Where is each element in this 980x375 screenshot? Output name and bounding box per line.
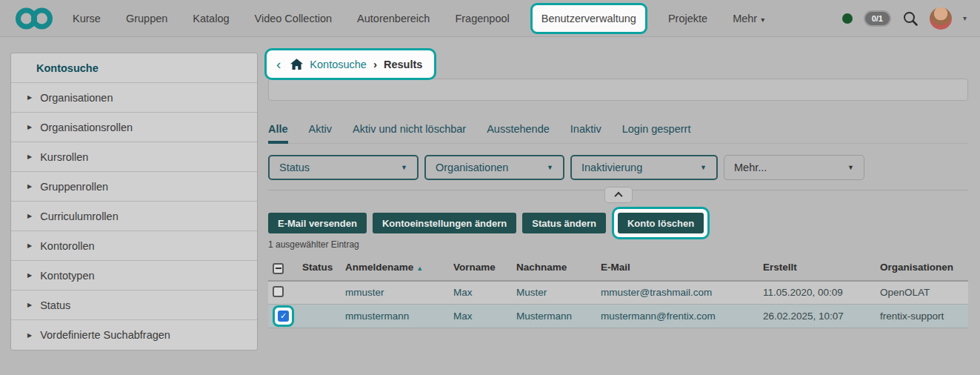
column-header-nachname[interactable]: Nachname: [512, 256, 596, 281]
openolat-logo-icon[interactable]: [15, 7, 53, 30]
chevron-right-icon: ▶: [27, 183, 32, 190]
nav-item-gruppen[interactable]: Gruppen: [126, 13, 167, 24]
collapse-filters-button[interactable]: [604, 187, 633, 203]
cell-anmeldename[interactable]: mmustermann: [341, 305, 449, 328]
chevron-right-icon: ▶: [27, 272, 32, 279]
bulk-action-bar: E-Mail versenden Kontoeinstellungen ände…: [268, 212, 968, 234]
nav-item-video-collection[interactable]: Video Collection: [255, 13, 333, 24]
cell-erstellt: 26.02.2025, 10:07: [759, 305, 876, 328]
cell-email[interactable]: mustermann@frentix.com: [596, 305, 759, 328]
sidebar-item-label: Kontosuche: [36, 62, 99, 74]
sidebar-item-label: Kursrollen: [40, 151, 88, 163]
cell-anmeldename[interactable]: mmuster: [341, 281, 449, 305]
column-header-vorname[interactable]: Vorname: [449, 256, 512, 281]
nav-item-fragenpool[interactable]: Fragenpool: [455, 13, 509, 24]
sidebar-item-kontorollen[interactable]: ▶Kontorollen: [11, 231, 257, 261]
main-panel: ‹ Kontosuche › Results Alle Aktiv Aktiv …: [268, 53, 968, 328]
send-email-button[interactable]: E-Mail versenden: [268, 213, 367, 233]
filter-label: Status: [279, 162, 310, 173]
sidebar-item-organisationen[interactable]: ▶Organisationen: [11, 83, 257, 113]
change-account-settings-button[interactable]: Kontoeinstellungen ändern: [373, 213, 516, 233]
filter-dropdown-status[interactable]: Status▼: [268, 155, 419, 180]
sidebar-item-gruppenrollen[interactable]: ▶Gruppenrollen: [11, 172, 257, 202]
sidebar-item-kontosuche[interactable]: Kontosuche: [11, 53, 257, 83]
nav-item-mehr[interactable]: Mehr▾: [733, 13, 764, 24]
cell-erstellt: 11.05.2020, 00:09: [759, 281, 876, 305]
tab-alle[interactable]: Alle: [268, 123, 288, 144]
table-row[interactable]: mmuster Max Muster mmuster@trashmail.com…: [268, 281, 968, 305]
chat-counter-badge[interactable]: 0/1: [864, 10, 891, 27]
sidebar-item-label: Curriculumrollen: [40, 210, 119, 222]
tab-aktiv-und-nicht-loeschbar[interactable]: Aktiv und nicht löschbar: [353, 123, 466, 144]
tab-ausstehende[interactable]: Ausstehende: [487, 123, 550, 144]
cell-status: [298, 305, 341, 328]
nav-item-katalog[interactable]: Katalog: [193, 13, 229, 24]
online-status-dot: [842, 13, 853, 24]
column-header-status[interactable]: Status: [298, 256, 341, 281]
chevron-up-icon: [614, 192, 622, 200]
sidebar-item-kursrollen[interactable]: ▶Kursrollen: [11, 142, 257, 172]
chevron-down-icon[interactable]: ▾: [963, 14, 967, 22]
avatar[interactable]: [930, 7, 952, 30]
tab-login-gesperrt[interactable]: Login gesperrt: [622, 123, 691, 144]
tab-aktiv[interactable]: Aktiv: [309, 123, 332, 144]
delete-account-button[interactable]: Konto löschen: [618, 213, 704, 233]
chevron-right-icon: ▶: [27, 94, 32, 101]
home-icon[interactable]: [290, 59, 303, 70]
user-table: Status Anmeldename▲ Vorname Nachname E-M…: [268, 256, 968, 328]
search-form-panel: [268, 79, 968, 101]
chevron-right-icon: ▶: [27, 332, 32, 339]
column-header-email[interactable]: E-Mail: [596, 256, 759, 281]
sidebar-item-vordefinierte-suchabfragen[interactable]: ▶Vordefinierte Suchabfragen: [11, 320, 257, 350]
sidebar-item-kontotypen[interactable]: ▶Kontotypen: [11, 261, 257, 291]
cell-vorname: Max: [449, 305, 512, 328]
change-status-button[interactable]: Status ändern: [522, 213, 606, 233]
chevron-right-icon: ▶: [27, 124, 32, 130]
cell-email[interactable]: mmuster@trashmail.com: [596, 281, 759, 305]
sidebar-item-label: Organisationsrollen: [40, 122, 133, 133]
select-all-checkbox[interactable]: [273, 263, 284, 274]
sort-asc-icon: ▲: [416, 265, 423, 272]
cell-vorname: Max: [449, 281, 512, 305]
filter-collapse-row: [268, 190, 968, 205]
sidebar-item-label: Status: [40, 299, 70, 311]
filter-label: Mehr...: [734, 162, 767, 173]
filter-bar: Status▼ Organisationen▼ Inaktivierung▼ M…: [268, 155, 968, 180]
breadcrumb-link-kontosuche[interactable]: Kontosuche: [310, 59, 367, 70]
filter-label: Inaktivierung: [581, 162, 642, 173]
filter-dropdown-inaktivierung[interactable]: Inaktivierung▼: [570, 155, 718, 180]
back-chevron-icon[interactable]: ‹: [276, 57, 281, 71]
column-header-erstellt[interactable]: Erstellt: [759, 256, 876, 281]
caret-down-icon: ▼: [847, 164, 854, 171]
chevron-right-icon: ▶: [27, 242, 32, 249]
sidebar-item-status[interactable]: ▶Status: [11, 291, 257, 320]
sidebar-item-label: Kontorollen: [40, 240, 94, 252]
filter-dropdown-organisationen[interactable]: Organisationen▼: [424, 155, 564, 180]
main-menu: Kurse Gruppen Katalog Video Collection A…: [73, 10, 764, 27]
filter-dropdown-mehr[interactable]: Mehr...▼: [724, 155, 864, 180]
breadcrumb-current: Results: [384, 59, 422, 70]
breadcrumb: ‹ Kontosuche › Results: [264, 48, 436, 80]
search-icon[interactable]: [902, 10, 919, 27]
column-header-organisationen[interactable]: Organisationen: [876, 256, 968, 281]
selection-count-label: 1 ausgewählter Eintrag: [268, 239, 968, 250]
openolat-admin-screen: Kurse Gruppen Katalog Video Collection A…: [0, 0, 980, 375]
cell-organisationen: frentix-support: [876, 305, 968, 328]
chevron-right-icon: ▶: [27, 302, 32, 308]
nav-item-kurse[interactable]: Kurse: [73, 13, 101, 24]
tab-inaktiv[interactable]: Inaktiv: [570, 123, 601, 144]
sidebar-item-curriculumrollen[interactable]: ▶Curriculumrollen: [11, 202, 257, 231]
sidebar-item-organisationsrollen[interactable]: ▶Organisationsrollen: [11, 113, 257, 142]
row-checkbox-cell: ✓: [268, 305, 298, 328]
sidebar-item-label: Kontotypen: [40, 270, 94, 282]
caret-down-icon: ▼: [700, 164, 707, 171]
row-checkbox-checked[interactable]: ✓: [278, 311, 289, 322]
caret-down-icon: ▼: [401, 164, 407, 171]
nav-item-autorenbereich[interactable]: Autorenbereich: [357, 13, 430, 24]
column-header-anmeldename[interactable]: Anmeldename▲: [341, 256, 449, 281]
nav-item-benutzerverwaltung[interactable]: Benutzerverwaltung: [530, 3, 647, 34]
cell-nachname: Mustermann: [512, 305, 596, 328]
table-row-selected[interactable]: ✓ mmustermann Max Mustermann mustermann@…: [268, 305, 968, 328]
row-checkbox[interactable]: [273, 286, 284, 297]
nav-item-projekte[interactable]: Projekte: [668, 13, 707, 24]
